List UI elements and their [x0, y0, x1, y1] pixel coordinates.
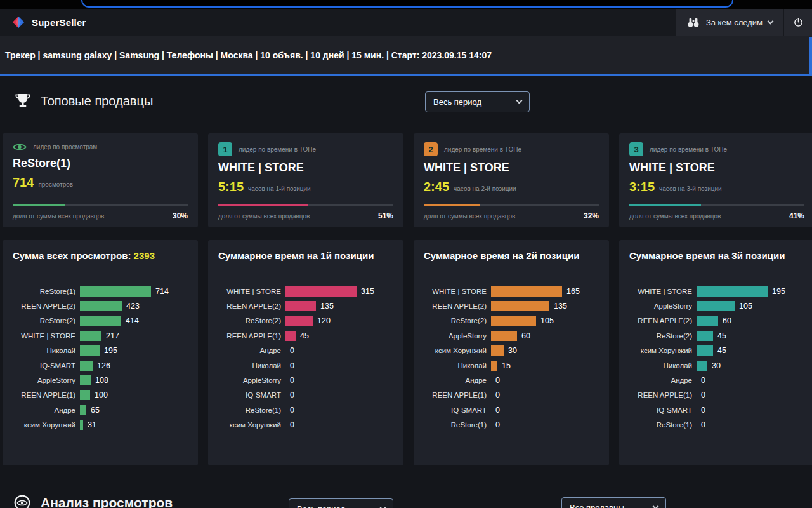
chart-row: ксим Хорунжий0 [218, 418, 393, 432]
stat-value-suffix: часов на 3-й позиции [659, 185, 722, 192]
bar [697, 345, 713, 356]
period-select-value: Весь период [433, 97, 481, 107]
bar [80, 390, 90, 400]
bar-value-label: 0 [290, 361, 294, 370]
stat-caption: лидер по времени в ТОПе [650, 146, 727, 153]
chart-row: ReStore(2)105 [424, 314, 599, 328]
share-progress-fill [424, 204, 480, 206]
analysis-period-value: Весь период [297, 504, 345, 508]
top-sellers-title: Топовые продавцы [41, 94, 153, 109]
chart-row: REEN APPLE(1)100 [13, 388, 188, 403]
chart-card-top3-time: Суммарное время на 3й позиции WHITE | ST… [619, 240, 812, 465]
stat-value-row: 2:45 часов на 2-й позиции [424, 180, 599, 194]
stat-value: 3:15 [629, 180, 655, 194]
chart-row: ксим Хорунжий31 [13, 418, 188, 432]
chart-row: IQ-SMART0 [629, 403, 804, 417]
bar-category-label: IQ-SMART [629, 406, 697, 414]
top2-time-bar-chart: WHITE | STORE165REEN APPLE(2)135ReStore(… [424, 284, 599, 432]
bar-category-label: Николай [424, 362, 491, 370]
chart-row: AppleStorry60 [424, 328, 599, 343]
bar-value-label: 31 [88, 420, 96, 429]
bar-value-label: 30 [712, 361, 721, 370]
bar-category-label: REEN APPLE(2) [218, 302, 285, 310]
browser-address-bar[interactable] [81, 0, 733, 8]
bar [697, 316, 718, 326]
bar-value-label: 0 [495, 420, 500, 429]
seller-name: WHITE | STORE [218, 161, 393, 175]
views-analysis-icon [13, 494, 32, 508]
chart-title: Сумма всех просмотров: 2393 [13, 250, 188, 261]
bar [491, 345, 504, 356]
chart-row: AppleStorry0 [218, 373, 393, 387]
stat-value-suffix: часов на 2-й позиции [454, 185, 516, 192]
bar [80, 301, 122, 311]
share-row: доля от суммы всех продавцов 30% [13, 211, 188, 220]
bar [80, 375, 91, 385]
share-row: доля от суммы всех продавцов 41% [629, 211, 804, 220]
watch-list-button[interactable]: За кем следим [676, 9, 783, 36]
share-label: доля от суммы всех продавцов [218, 213, 310, 220]
chart-title-text: Суммарное время на 2й позиции [424, 250, 579, 261]
share-progress-track [424, 204, 599, 206]
analysis-sellers-value: Все продавцы [570, 503, 624, 508]
share-row: доля от суммы всех продавцов 51% [218, 211, 393, 220]
bar-category-label: WHITE | STORE [13, 332, 80, 340]
app-window: SuperSeller За кем следим [0, 0, 812, 508]
chart-row: ReStore(1)0 [629, 418, 804, 432]
bar-value-label: 105 [739, 302, 752, 311]
chart-row: AppleStorry108 [13, 373, 188, 387]
chart-total-value: 2393 [134, 250, 155, 261]
bar [80, 331, 102, 341]
bar-category-label: ReStore(2) [424, 317, 491, 324]
breadcrumb: Трекер | samsung galaxy | Samsung | Теле… [5, 50, 492, 60]
rank-3-badge: 3 [629, 142, 643, 156]
share-progress-track [629, 204, 804, 206]
chart-title-text: Суммарное время на 1й позиции [218, 250, 374, 261]
chart-row: REEN APPLE(2)423 [13, 298, 188, 313]
stat-value-row: 3:15 часов на 3-й позиции [629, 180, 804, 194]
bar [80, 345, 100, 356]
bar-value-label: 100 [95, 391, 108, 399]
chart-title: Суммарное время на 1й позиции [218, 250, 393, 261]
analysis-sellers-select[interactable]: Все продавцы [561, 497, 666, 508]
seller-name: WHITE | STORE [629, 161, 804, 175]
stat-value: 5:15 [218, 180, 244, 194]
chart-row: WHITE | STORE195 [629, 284, 804, 298]
bar [285, 286, 357, 297]
bar [80, 361, 93, 371]
period-select[interactable]: Весь период [425, 91, 530, 112]
chart-row: REEN APPLE(2)135 [218, 298, 393, 313]
bar-value-label: 60 [521, 331, 530, 340]
bar-category-label: ReStore(1) [424, 421, 491, 429]
stat-card-views-leader: лидер по просмотрам ReStore(1) 714 просм… [3, 133, 198, 227]
bar-value-label: 195 [104, 346, 117, 355]
bar-value-label: 0 [701, 391, 705, 399]
chart-row: ReStore(1)0 [424, 418, 599, 432]
app-header: SuperSeller За кем следим [0, 9, 812, 36]
bar-category-label: ксим Хорунжий [218, 421, 285, 429]
chart-row: AppleStorry105 [629, 298, 804, 313]
stat-value-suffix: часов на 1-й позиции [248, 185, 311, 192]
chart-row: REEN APPLE(1)0 [424, 388, 599, 403]
chart-row: Николай195 [13, 344, 188, 358]
chart-row: REEN APPLE(2)135 [424, 298, 599, 313]
chart-row: Андре0 [629, 373, 804, 387]
bar [491, 361, 497, 371]
bar-value-label: 60 [723, 316, 731, 325]
chart-row: ReStore(1)0 [218, 403, 393, 417]
scrollbar-thumb[interactable] [809, 37, 812, 74]
stat-value-row: 5:15 часов на 1-й позиции [218, 180, 393, 194]
leader-cards-row: лидер по просмотрам ReStore(1) 714 просм… [3, 133, 812, 227]
analysis-period-select[interactable]: Весь период [289, 498, 393, 508]
bar-value-label: 135 [320, 302, 334, 311]
bar-category-label: ReStore(1) [218, 406, 285, 414]
bar [697, 301, 735, 311]
rank-2-badge: 2 [424, 142, 438, 156]
bar-value-label: 120 [317, 316, 331, 325]
logout-power-button[interactable] [784, 9, 812, 36]
bar-category-label: ReStore(2) [218, 317, 285, 324]
bar-category-label: WHITE | STORE [424, 288, 491, 295]
power-icon [793, 17, 804, 28]
bar [697, 361, 707, 371]
bar-value-label: 165 [566, 287, 580, 296]
